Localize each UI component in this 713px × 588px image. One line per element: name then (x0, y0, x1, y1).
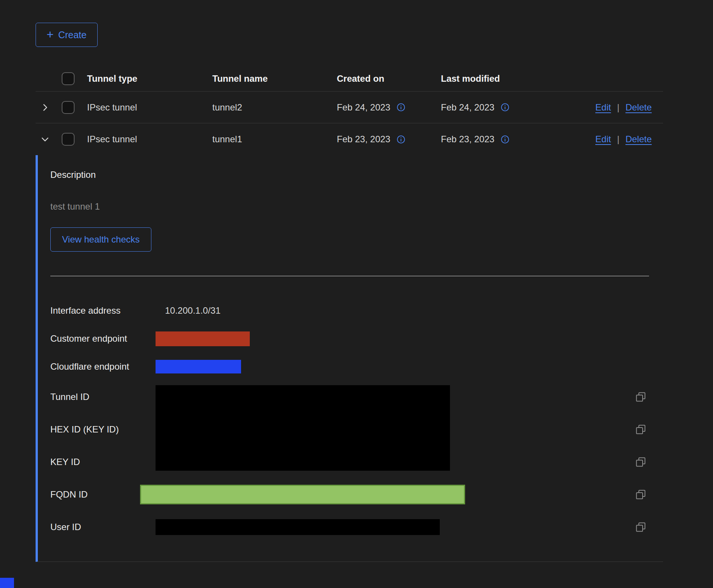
table-row: IPsec tunnel tunnel2 Feb 24, 2023 Feb 24… (36, 92, 663, 123)
tunnel-name-cell: tunnel1 (212, 134, 337, 145)
column-header-tunnel-type: Tunnel type (87, 73, 212, 84)
info-icon[interactable] (500, 135, 510, 144)
user-id-redacted-value (156, 519, 440, 535)
tunnel-id-label: Tunnel ID (50, 392, 156, 402)
chevron-right-icon (40, 103, 50, 112)
column-header-last-modified: Last modified (441, 73, 652, 84)
field-row-cloudflare-endpoint: Cloudflare endpoint (50, 353, 663, 381)
last-modified-value: Feb 24, 2023 (441, 102, 494, 113)
select-all-checkbox[interactable] (62, 72, 75, 85)
collapse-row-button[interactable] (40, 134, 50, 144)
interface-address-label: Interface address (50, 305, 156, 316)
column-header-created-on: Created on (337, 73, 441, 84)
description-label: Description (50, 168, 663, 182)
row-actions: Edit | Delete (595, 102, 663, 113)
create-button[interactable]: + Create (36, 23, 98, 47)
delete-link[interactable]: Delete (626, 102, 652, 113)
expand-row-button[interactable] (40, 103, 50, 112)
field-row-user-id: User ID (50, 511, 663, 543)
info-icon[interactable] (396, 103, 406, 112)
last-modified-value: Feb 23, 2023 (441, 134, 494, 145)
row-checkbox[interactable] (62, 101, 75, 114)
field-row-customer-endpoint: Customer endpoint (50, 325, 663, 353)
tunnels-page: + Create Tunnel type Tunnel name Created… (0, 0, 713, 562)
info-icon[interactable] (500, 103, 510, 112)
last-modified-cell: Feb 24, 2023 (441, 102, 595, 113)
copy-icon[interactable] (635, 391, 646, 403)
table-header-row: Tunnel type Tunnel name Created on Last … (36, 66, 663, 92)
field-row-fqdn-id: FQDN ID (50, 478, 663, 511)
last-modified-cell: Feb 23, 2023 (441, 134, 595, 145)
fqdn-id-redacted-value (140, 485, 465, 504)
created-on-cell: Feb 23, 2023 (337, 134, 441, 145)
row-actions: Edit | Delete (595, 134, 663, 145)
tunnel-type-cell: IPsec tunnel (87, 102, 212, 113)
table-row: IPsec tunnel tunnel1 Feb 23, 2023 Feb 23… (36, 123, 663, 155)
cloudflare-endpoint-redacted-value (156, 360, 241, 373)
tunnel-name-cell: tunnel2 (212, 102, 337, 113)
tunnel-fields: Interface address 10.200.1.0/31 Customer… (50, 276, 663, 543)
key-id-label: KEY ID (50, 457, 156, 467)
row-checkbox[interactable] (62, 133, 75, 146)
field-row-interface-address: Interface address 10.200.1.0/31 (50, 297, 663, 325)
create-button-label: Create (58, 30, 87, 40)
edit-link[interactable]: Edit (595, 134, 611, 145)
tunnels-table: Tunnel type Tunnel name Created on Last … (36, 66, 663, 562)
interface-address-value: 10.200.1.0/31 (156, 305, 221, 316)
tunnel-type-cell: IPsec tunnel (87, 134, 212, 145)
plus-icon: + (47, 28, 54, 40)
created-on-value: Feb 23, 2023 (337, 134, 390, 145)
customer-endpoint-redacted-value (156, 331, 250, 346)
copy-icon[interactable] (635, 456, 646, 468)
copy-icon[interactable] (635, 521, 646, 533)
bottom-left-blue-fragment (0, 578, 14, 588)
ids-redacted-value-block (156, 385, 450, 471)
chevron-down-icon (40, 134, 50, 144)
created-on-cell: Feb 24, 2023 (337, 102, 441, 113)
description-value: test tunnel 1 (50, 200, 663, 213)
hex-id-label: HEX ID (KEY ID) (50, 424, 156, 435)
tunnel-detail-panel: Description test tunnel 1 View health ch… (36, 155, 663, 562)
delete-link[interactable]: Delete (626, 134, 652, 145)
copy-icon[interactable] (635, 424, 646, 435)
user-id-label: User ID (50, 522, 156, 532)
customer-endpoint-label: Customer endpoint (50, 333, 156, 344)
created-on-value: Feb 24, 2023 (337, 102, 390, 113)
action-separator: | (617, 134, 619, 145)
action-separator: | (617, 102, 619, 113)
cloudflare-endpoint-label: Cloudflare endpoint (50, 361, 156, 372)
info-icon[interactable] (396, 135, 406, 144)
header-checkbox-cell (62, 72, 87, 85)
view-health-checks-button[interactable]: View health checks (50, 227, 151, 252)
edit-link[interactable]: Edit (595, 102, 611, 113)
column-header-tunnel-name: Tunnel name (212, 73, 337, 84)
copy-icon[interactable] (635, 489, 646, 500)
